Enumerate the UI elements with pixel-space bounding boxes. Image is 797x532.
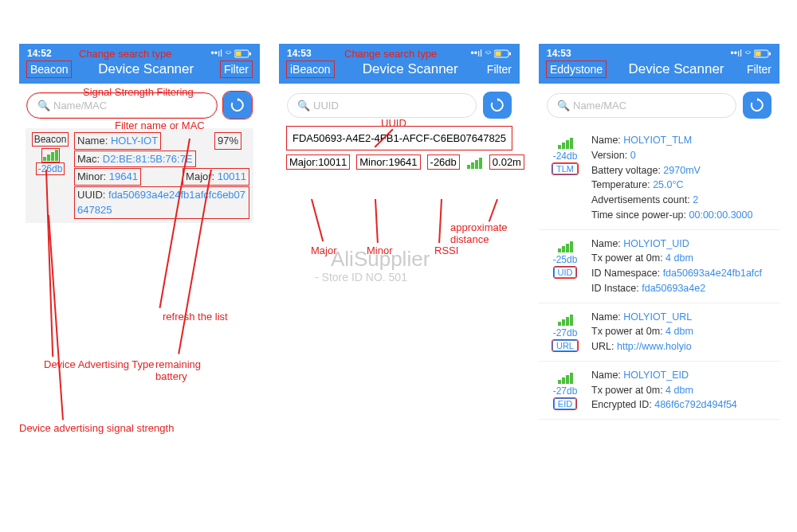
annotation: Change search type — [79, 48, 171, 60]
annotation: Device Advertising Type — [44, 358, 155, 370]
page-title: Device Scanner — [98, 61, 194, 77]
status-icons: ••ıl ⌔ — [731, 48, 771, 59]
rssi-value: -24db — [553, 151, 578, 162]
distance-field: 0.02m — [490, 155, 524, 169]
svg-rect-1 — [236, 51, 241, 56]
rssi-field: -26db — [428, 155, 459, 169]
signal-icon — [558, 136, 573, 149]
signal-icon — [467, 156, 482, 169]
page-title: Device Scanner — [629, 61, 724, 77]
eddy-eid-card[interactable]: -27db EID Name: HOLYIOT_EID Tx power at … — [539, 362, 779, 420]
frame-type-tag: URL — [552, 340, 578, 351]
status-icons: ••ıl ⌔ — [211, 48, 252, 59]
svg-rect-5 — [509, 52, 511, 55]
search-icon: 🔍 — [297, 100, 310, 111]
signal-icon: ••ıl — [471, 48, 482, 59]
filter-button[interactable]: Filter — [487, 63, 512, 76]
refresh-button[interactable] — [223, 92, 252, 119]
wifi-icon: ⌔ — [745, 48, 751, 59]
search-input[interactable]: 🔍 Name/MAC — [547, 93, 736, 118]
wifi-icon: ⌔ — [226, 48, 231, 59]
svg-rect-2 — [249, 52, 251, 55]
battery-pct: 97% — [215, 133, 241, 149]
annotation: Change search type — [344, 48, 437, 60]
adv-type: Beacon — [33, 133, 69, 146]
minor-field: Minor:19641 — [357, 155, 419, 169]
signal-icon: ••ıl — [211, 48, 222, 59]
eddy-tlm-card[interactable]: -24db TLM Name: HOLYIOT_TLM Version: 0 B… — [539, 127, 779, 230]
battery-icon — [234, 49, 252, 58]
status-time: 14:52 — [27, 48, 52, 59]
search-placeholder: UUID — [313, 100, 339, 111]
search-type-button[interactable]: iBeacon — [287, 61, 334, 77]
annotation: refresh the list — [163, 311, 228, 323]
major-field: Major:10011 — [287, 155, 349, 169]
signal-icon — [558, 313, 573, 326]
battery-icon — [494, 49, 512, 58]
header: 14:53 ••ıl ⌔ Eddystone Device Scanner Fi… — [539, 44, 779, 84]
status-icons: ••ıl ⌔ — [471, 48, 512, 59]
filter-button[interactable]: Filter — [221, 61, 252, 77]
eddy-url-card[interactable]: -27db URL Name: HOLYIOT_URL Tx power at … — [539, 303, 779, 362]
search-placeholder: Name/MAC — [573, 100, 626, 111]
frame-type-tag: TLM — [552, 163, 578, 174]
name-field: Name: HOLY-IOT — [75, 133, 160, 149]
annotation: Signal Strength Filtering — [83, 86, 194, 98]
battery-icon — [754, 49, 771, 58]
search-type-button[interactable]: Beacon — [27, 61, 71, 77]
rssi-value: -26db — [37, 163, 65, 174]
annotation: RSSI — [434, 244, 458, 256]
rssi-value: -27db — [553, 385, 578, 397]
minor-field: Minor: 19641 — [75, 169, 140, 185]
watermark-line2: - Store ID NO. 501 — [315, 271, 407, 284]
search-icon: 🔍 — [557, 100, 570, 111]
refresh-button[interactable] — [483, 92, 512, 119]
search-placeholder: Name/MAC — [53, 100, 107, 111]
search-icon: 🔍 — [37, 100, 50, 111]
status-time: 14:53 — [287, 48, 312, 59]
annotation: remaining battery — [155, 358, 219, 382]
rssi-value: -25db — [553, 254, 578, 265]
annotation: UUID — [381, 117, 406, 129]
rssi-value: -27db — [553, 327, 578, 338]
annotation: Filter name or MAC — [115, 119, 205, 131]
frame-type-tag: EID — [554, 398, 576, 409]
refresh-icon — [490, 98, 505, 112]
refresh-icon — [230, 98, 245, 112]
annotation: approximate distance — [450, 221, 522, 245]
signal-icon — [558, 371, 573, 384]
svg-rect-7 — [756, 51, 761, 56]
signal-icon — [558, 240, 573, 252]
annotation: Device advertising signal strength — [19, 422, 174, 434]
refresh-button[interactable] — [743, 92, 771, 119]
mac-field: Mac: D2:BE:81:5B:76:7E — [75, 151, 195, 167]
status-time: 14:53 — [547, 48, 571, 59]
refresh-icon — [750, 98, 764, 112]
uuid-row[interactable]: FDA50693-A4E2-4FB1-AFCF-C6EB07647825 — [287, 127, 512, 150]
annotation: Major — [311, 244, 337, 256]
search-input[interactable]: 🔍 UUID — [287, 93, 477, 118]
filter-button[interactable]: Filter — [747, 63, 771, 76]
eddy-uid-card[interactable]: -25db UID Name: HOLYIOT_UID Tx power at … — [539, 230, 779, 303]
annotation: Minor — [367, 244, 393, 256]
signal-icon: ••ıl — [731, 48, 742, 59]
major-field: Major: 10011 — [183, 169, 249, 185]
signal-icon — [42, 149, 59, 162]
uuid-field: UUID: fda50693a4e24fb1afcfc6eb07647825 — [75, 187, 249, 218]
frame-type-tag: UID — [554, 267, 577, 278]
device-card[interactable]: Beacon -26db Name: HOLY-IOT 97% Mac: D2:… — [26, 128, 253, 223]
search-type-button[interactable]: Eddystone — [547, 61, 606, 77]
svg-rect-8 — [769, 52, 771, 55]
svg-rect-4 — [496, 51, 501, 56]
wifi-icon: ⌔ — [485, 48, 491, 59]
page-title: Device Scanner — [363, 61, 458, 77]
